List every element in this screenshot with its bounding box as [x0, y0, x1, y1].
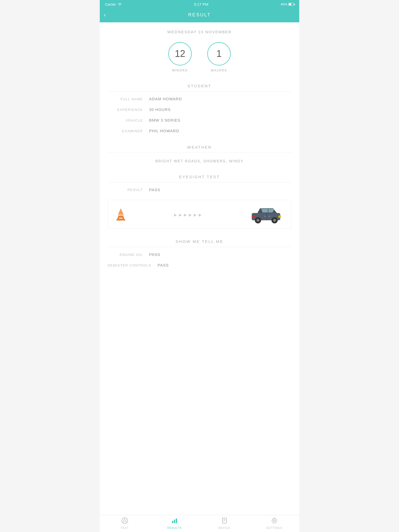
eyesight-section-title: EYESIGHT TEST: [108, 175, 291, 182]
experience-row: EXPERIENCE 30 HOURS: [108, 104, 291, 115]
tab-bar: TEST RESULTS ADVICE: [100, 515, 299, 532]
majors-score: 1 MAJORS: [207, 42, 231, 72]
svg-rect-24: [176, 518, 177, 523]
car-icon: [250, 205, 283, 224]
carrier-label: Carrier: [105, 2, 116, 6]
arrow-2: ▶: [179, 213, 182, 217]
distance-arrows: ▶ ▶ ▶ ▶ ▶ ▶: [129, 213, 247, 217]
back-button[interactable]: ‹: [104, 12, 106, 18]
smtm-section-title: SHOW ME TELL ME: [108, 239, 291, 247]
svg-point-29: [274, 520, 275, 522]
minors-score: 12 MINORS: [168, 42, 192, 72]
fullname-value: ADAM HOWARD: [149, 97, 182, 101]
tab-settings[interactable]: SETTINGS: [249, 517, 299, 529]
experience-value: 30 HOURS: [149, 107, 171, 112]
majors-value: 1: [216, 48, 222, 59]
svg-point-6: [252, 215, 255, 218]
demister-label: DEMISTER CONTROLS: [108, 263, 158, 267]
tab-advice-label: ADVICE: [218, 527, 230, 529]
book-icon: [221, 517, 228, 526]
tab-results-label: RESULTS: [167, 527, 182, 529]
vehicle-row: VEHICLE BMW 3 SERIES: [108, 115, 291, 125]
wifi-icon: [118, 2, 122, 6]
svg-rect-23: [174, 520, 175, 523]
svg-rect-4: [116, 219, 125, 221]
smtm-section: SHOW ME TELL ME ENGINE OIL PASS DEMISTER…: [100, 233, 299, 273]
svg-line-21: [126, 521, 127, 522]
eyesight-result-row: RESULT PASS: [108, 184, 291, 195]
minors-label: MINORS: [172, 69, 188, 72]
date-section: WEDNESDAY 23 NOVEMBER: [100, 22, 299, 39]
majors-circle: 1: [207, 42, 231, 65]
steering-wheel-icon: [121, 517, 128, 526]
minors-circle: 12: [168, 42, 192, 65]
traffic-cone-icon: [116, 208, 126, 222]
weather-section: WEATHER BRIGHT WET ROADS, SHOWERS, WINDY: [100, 139, 299, 168]
svg-point-10: [257, 220, 259, 221]
arrow-4: ▶: [189, 213, 192, 217]
engine-oil-row: ENGINE OIL PASS: [108, 249, 291, 260]
tab-results[interactable]: RESULTS: [150, 517, 200, 529]
arrow-3: ▶: [184, 213, 187, 217]
svg-rect-16: [268, 216, 270, 217]
svg-marker-1: [118, 208, 124, 215]
eyesight-section: EYESIGHT TEST RESULT PASS: [100, 168, 299, 198]
student-section: STUDENT FULL NAME ADAM HOWARD EXPERIENCE…: [100, 77, 299, 139]
svg-point-18: [124, 520, 126, 522]
engine-oil-value: PASS: [149, 252, 160, 257]
demister-row: DEMISTER CONTROLS PASS: [108, 260, 291, 270]
vehicle-value: BMW 3 SERIES: [149, 118, 180, 122]
svg-rect-22: [172, 521, 173, 523]
svg-rect-25: [222, 518, 227, 523]
weather-section-title: WEATHER: [108, 145, 291, 153]
eyesight-result-label: RESULT: [108, 188, 149, 192]
fullname-label: FULL NAME: [108, 97, 149, 101]
demister-value: PASS: [158, 263, 169, 267]
fullname-row: FULL NAME ADAM HOWARD: [108, 94, 291, 104]
chart-icon: [171, 517, 178, 526]
examiner-value: PHIL HOWARD: [149, 129, 179, 133]
engine-oil-label: ENGINE OIL: [108, 253, 149, 257]
scores-row: 12 MINORS 1 MAJORS: [100, 39, 299, 77]
tab-test-label: TEST: [121, 527, 129, 529]
battery-icon: [288, 3, 294, 6]
majors-label: MAJORS: [211, 69, 227, 72]
tab-advice[interactable]: ADVICE: [200, 517, 249, 529]
svg-point-7: [278, 215, 281, 218]
status-bar: Carrier 5:17 PM 46%: [100, 0, 299, 9]
eyesight-result-value: PASS: [149, 188, 160, 192]
arrow-1: ▶: [174, 213, 177, 217]
status-right: 46%: [281, 2, 294, 6]
svg-point-13: [274, 220, 275, 221]
status-left: Carrier: [105, 2, 122, 6]
tab-settings-label: SETTINGS: [266, 527, 282, 529]
svg-line-20: [122, 521, 124, 522]
student-section-title: STUDENT: [108, 84, 291, 91]
experience-label: EXPERIENCE: [108, 108, 149, 112]
main-content: WEDNESDAY 23 NOVEMBER 12 MINORS 1 MAJORS…: [100, 22, 299, 532]
arrow-5: ▶: [194, 213, 197, 217]
status-time: 5:17 PM: [194, 2, 208, 6]
minors-value: 12: [175, 48, 185, 59]
header-title: RESULT: [188, 12, 211, 18]
battery-percent: 46%: [281, 2, 287, 6]
examiner-label: EXAMINER: [108, 129, 149, 133]
weather-value: BRIGHT WET ROADS, SHOWERS, WINDY: [108, 155, 291, 166]
arrow-6: ▶: [199, 213, 202, 217]
eyesight-visual: ▶ ▶ ▶ ▶ ▶ ▶: [108, 200, 291, 229]
vehicle-label: VEHICLE: [108, 118, 149, 122]
svg-rect-15: [264, 216, 266, 217]
examiner-row: EXAMINER PHIL HOWARD: [108, 125, 291, 136]
svg-marker-3: [119, 218, 123, 219]
svg-marker-2: [118, 215, 124, 216]
date-text: WEDNESDAY 23 NOVEMBER: [167, 30, 232, 34]
gear-icon: [271, 517, 278, 526]
header: ‹ RESULT: [100, 9, 299, 22]
tab-test[interactable]: TEST: [100, 517, 150, 529]
